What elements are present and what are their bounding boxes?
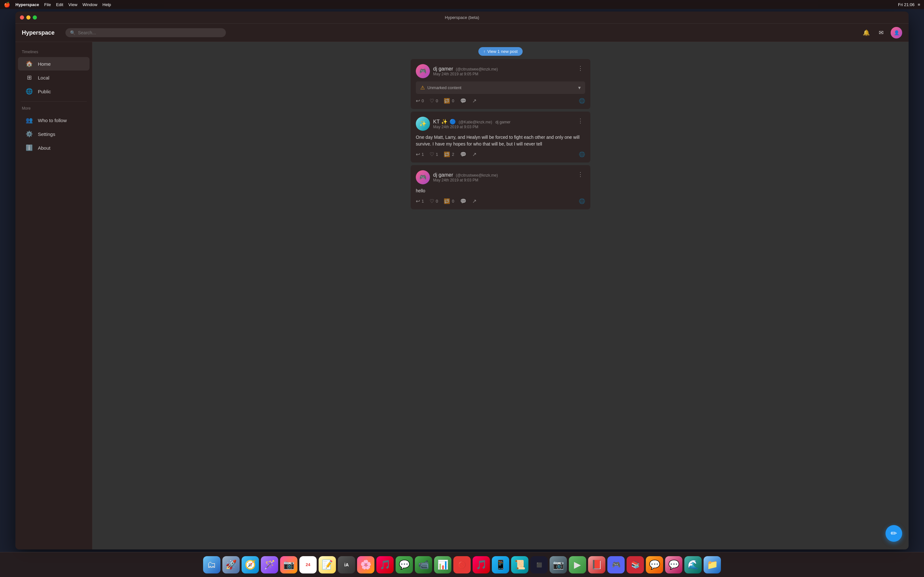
share-button[interactable]: ↗ (472, 151, 477, 157)
dock-app5[interactable]: ▶ (569, 556, 586, 574)
share-button[interactable]: ↗ (472, 98, 477, 104)
boost-icon: 🔁 (444, 98, 450, 104)
search-input[interactable] (78, 30, 221, 35)
share-button[interactable]: ↗ (472, 198, 477, 204)
menubar-edit[interactable]: Edit (56, 2, 63, 7)
post-actions: ↩ 1 ♡ 1 🔁 2 💬 ↗ (416, 151, 585, 157)
control-center-icon[interactable]: ≡ (918, 2, 920, 7)
maximize-button[interactable] (33, 15, 37, 19)
avatar[interactable]: ✨ (416, 117, 430, 131)
sidebar-item-local[interactable]: ⊞ Local (18, 71, 89, 84)
post-menu-button[interactable]: ⋮ (575, 170, 585, 179)
content-warning[interactable]: ⚠ Unmarked content ▾ (416, 81, 585, 94)
dock-notes[interactable]: 📝 (318, 556, 336, 574)
app-header: Hyperspace 🔍 🔔 ✉ 👤 (15, 24, 909, 42)
menubar-view[interactable]: View (68, 2, 78, 7)
dock-app8[interactable]: 💬 (665, 556, 682, 574)
dock-app4[interactable]: 📷 (549, 556, 567, 574)
sidebar-item-public[interactable]: 🌐 Public (18, 85, 89, 98)
dock-music[interactable]: 🎵 (376, 556, 394, 574)
menubar-help[interactable]: Help (102, 2, 111, 7)
apple-menu[interactable]: 🍎 (4, 2, 10, 8)
dock-discord[interactable]: 🎮 (607, 556, 625, 574)
dock-app7[interactable]: 💬 (646, 556, 663, 574)
avatar[interactable]: 🎮 (416, 64, 430, 78)
dock-safari[interactable]: 🧭 (242, 556, 259, 574)
share-icon: ↗ (472, 198, 477, 204)
cw-left: ⚠ Unmarked content (420, 85, 461, 91)
verified-icon: 🔵 (449, 119, 456, 124)
dock-folder[interactable]: 📁 (704, 556, 721, 574)
dock-itunes[interactable]: 🎵 (473, 556, 490, 574)
dock-launchpad[interactable]: 🚀 (222, 556, 240, 574)
mail-button[interactable]: ✉ (876, 27, 886, 38)
dock-appstore[interactable]: 📱 (492, 556, 509, 574)
post-menu-button[interactable]: ⋮ (575, 64, 585, 73)
dock-messages[interactable]: 💬 (396, 556, 413, 574)
heart-icon: ♡ (430, 151, 434, 157)
menubar-window[interactable]: Window (82, 2, 97, 7)
post-header: 🎮 dj gamer (@citrustwee@knzk.me) May 24t… (416, 170, 585, 184)
boost-button[interactable]: 🔁 0 (444, 98, 454, 104)
dock-finder[interactable]: 🗂 (203, 556, 220, 574)
dock-facetime[interactable]: 📹 (415, 556, 432, 574)
dock-photos[interactable]: 📷 (280, 556, 297, 574)
comment-icon: 💬 (460, 151, 467, 157)
reply-button[interactable]: ↩ 0 (416, 98, 424, 104)
more-label: More (15, 105, 92, 113)
post-username: dj gamer (@citrustwee@knzk.me) (433, 66, 498, 72)
like-count: 1 (436, 152, 438, 157)
sidebar-settings-label: Settings (38, 131, 55, 137)
sidebar-item-settings[interactable]: ⚙️ Settings (18, 127, 89, 141)
boost-button[interactable]: 🔁 2 (444, 151, 454, 157)
notification-button[interactable]: 🔔 (861, 27, 871, 38)
post-card: 🎮 dj gamer (@citrustwee@knzk.me) May 24t… (411, 165, 590, 210)
compose-button[interactable]: ✏ (885, 525, 902, 542)
post-header: ✨ KT ✨ 🔵 (@Katie@knzk.me) dj gamer May 2… (416, 117, 585, 131)
post-time: May 24th 2019 at 9:03 PM (433, 125, 510, 129)
reply-button[interactable]: ↩ 1 (416, 198, 424, 204)
minimize-button[interactable] (26, 15, 31, 19)
home-icon: 🏠 (26, 60, 33, 67)
like-button[interactable]: ♡ 1 (430, 151, 438, 157)
menubar-file[interactable]: File (44, 2, 51, 7)
dock-app3[interactable]: ⬛ (530, 556, 548, 574)
close-button[interactable] (20, 15, 24, 19)
dock-app1[interactable]: 🪄 (261, 556, 278, 574)
sidebar-item-who-to-follow[interactable]: 👥 Who to follow (18, 113, 89, 127)
search-icon: 🔍 (70, 30, 75, 35)
dock-app6[interactable]: 📕 (588, 556, 606, 574)
dock-numbers[interactable]: 📊 (434, 556, 451, 574)
reply-button[interactable]: ↩ 1 (416, 151, 424, 157)
dock-app9[interactable]: 🌊 (684, 556, 702, 574)
dock-ia[interactable]: iA (338, 556, 355, 574)
cw-chevron-icon: ▾ (578, 85, 581, 91)
sidebar: Timelines 🏠 Home ⊞ Local 🌐 Public More 👥… (15, 42, 92, 550)
boost-button[interactable]: 🔁 0 (444, 198, 454, 204)
user-avatar[interactable]: 👤 (891, 27, 902, 39)
dock-app2[interactable]: 🚫 (453, 556, 471, 574)
like-button[interactable]: ♡ 0 (430, 98, 438, 104)
sidebar-item-home[interactable]: 🏠 Home (18, 57, 89, 71)
reply-icon: ↩ (416, 98, 420, 104)
sidebar-local-label: Local (38, 75, 49, 81)
post-header: 🎮 dj gamer (@citrustwee@knzk.me) May 24t… (416, 64, 585, 78)
boost-icon: 🔁 (444, 151, 450, 157)
comment-button[interactable]: 💬 (460, 98, 467, 104)
dock-zotero[interactable]: 📚 (627, 556, 644, 574)
like-button[interactable]: ♡ 0 (430, 198, 438, 204)
new-post-banner[interactable]: ↑ View 1 new post (478, 47, 523, 56)
sidebar-item-about[interactable]: ℹ️ About (18, 141, 89, 155)
comment-button[interactable]: 💬 (460, 198, 467, 204)
dock-scripteditor[interactable]: 📜 (511, 556, 528, 574)
comment-button[interactable]: 💬 (460, 151, 467, 157)
search-bar[interactable]: 🔍 (65, 28, 226, 37)
post-user-info: 🎮 dj gamer (@citrustwee@knzk.me) May 24t… (416, 170, 498, 184)
dock-photos2[interactable]: 🌸 (357, 556, 375, 574)
dock-calendar[interactable]: 24 (299, 556, 317, 574)
menubar-app-name[interactable]: Hyperspace (15, 2, 39, 7)
dock: 🗂 🚀 🧭 🪄 📷 24 📝 iA 🌸 🎵 💬 📹 📊 🚫 🎵 📱 📜 ⬛ 📷 … (0, 552, 924, 577)
avatar[interactable]: 🎮 (416, 170, 430, 184)
public-icon: 🌐 (26, 88, 33, 95)
post-menu-button[interactable]: ⋮ (575, 117, 585, 125)
